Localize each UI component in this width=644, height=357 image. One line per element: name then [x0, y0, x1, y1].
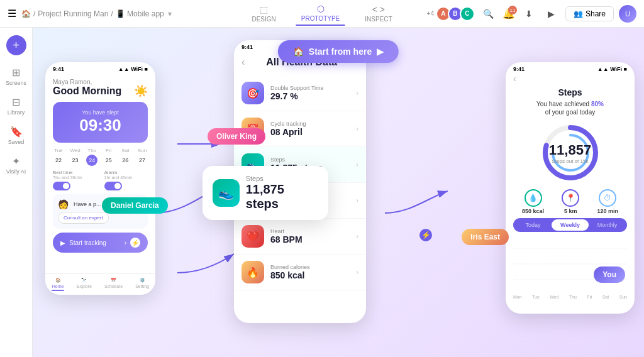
inspect-icon: < > — [372, 4, 385, 14]
distance-metric-icon: 📍 — [562, 189, 579, 207]
share-icon: 👥 — [574, 9, 583, 18]
schedule-nav-icon: 📅 — [111, 278, 116, 283]
health-item-heart[interactable]: ❤️ Heart 68 BPM › — [234, 219, 366, 255]
health-item-calories[interactable]: 🔥 Burned calories 850 kcal › — [234, 255, 366, 290]
play-icon[interactable]: ▶ — [543, 5, 560, 23]
phone1-status-bar: 9:41 ▲▲ WiFi ■ — [45, 62, 155, 74]
breadcrumb-project[interactable]: Project Running Man — [38, 9, 108, 18]
prototype-icon: ⬡ — [317, 4, 325, 14]
sidebar-item-screens[interactable]: ⊞ Screens — [0, 63, 32, 90]
home-nav-icon: 🏠 — [55, 278, 61, 283]
nav-setting[interactable]: ⚙️ Setting — [135, 278, 149, 291]
sleep-label: You have slept — [60, 109, 140, 116]
daniel-garcia-label: Daniel Garcia — [102, 197, 168, 214]
breadcrumb-sep2: / — [111, 9, 113, 18]
nav-home[interactable]: 🏠 Home — [52, 278, 64, 291]
svg-point-7 — [584, 250, 587, 253]
saved-label: Saved — [8, 139, 25, 145]
phone1-signals: ▲▲ WiFi ■ — [118, 66, 148, 72]
ai-icon: ✦ — [12, 155, 20, 167]
chevron-right-icon-6: › — [356, 268, 358, 277]
chevron-right-icon-5: › — [356, 232, 358, 241]
sleep-time: 09:30 — [60, 116, 140, 135]
you-label: You — [594, 266, 625, 283]
calendar-sat: Sat 26 — [119, 148, 131, 166]
avatar-count: +4 — [427, 10, 434, 17]
avatar-3: C — [460, 6, 475, 21]
steps-card-label: Steps — [246, 175, 318, 182]
breadcrumb-page[interactable]: 📱 Mobile app — [116, 9, 164, 18]
breadcrumb: 🏠 / Project Running Man / 📱 Mobile app ▾ — [21, 9, 172, 18]
saved-icon: 🔖 — [10, 126, 23, 138]
breadcrumb-home[interactable]: 🏠 — [21, 9, 31, 18]
screens-icon: ⊞ — [12, 67, 20, 79]
tracking-arrow-icon: › — [125, 239, 126, 246]
oliver-king-label: Oliver King — [208, 128, 265, 145]
phone3-status-bar: 9:41 ▲▲ WiFi ■ — [506, 62, 635, 74]
phone1-time: 9:41 — [53, 66, 64, 72]
play-arrow-icon: ▶ — [377, 47, 384, 57]
steps-card-value: 11,875 steps — [246, 182, 318, 211]
chart-tabs: Today Weekly Monthly — [513, 218, 627, 232]
calories-metric-icon: 💧 — [525, 189, 542, 207]
ring-value: 11,857 Steps out of 15k — [549, 142, 591, 164]
tracking-bolt-icon: ⚡ — [130, 238, 140, 248]
phone1-bottom-nav: 🏠 Home 🔭 Explore 📅 Schedule ⚙️ Setting — [45, 273, 155, 295]
chart-tab-today[interactable]: Today — [514, 219, 552, 231]
tracking-play-icon: ▶ — [60, 239, 65, 246]
metric-calories: 💧 850 kcal — [522, 189, 544, 214]
left-sidebar: + ⊞ Screens ⊟ Library 🔖 Saved ✦ Visily A… — [0, 28, 33, 357]
share-label: Share — [586, 9, 606, 18]
library-label: Library — [8, 109, 25, 116]
add-screen-button[interactable]: + — [6, 35, 26, 55]
start-from-here-button[interactable]: 🏠 Start from here ▶ — [278, 40, 399, 63]
phone3-signals: ▲▲ WiFi ■ — [597, 66, 627, 72]
menu-icon[interactable]: ☰ — [8, 8, 16, 19]
phone1-content: Maya Ramon, Good Morning ☀️ You have sle… — [45, 74, 155, 261]
iris-east-label: Iris East — [462, 229, 509, 245]
share-button[interactable]: 👥 Share — [565, 6, 614, 21]
setting-nav-icon: ⚙️ — [140, 278, 145, 283]
chart-tab-monthly[interactable]: Monthly — [589, 219, 626, 231]
notification-button[interactable]: 🔔 11 — [502, 8, 515, 19]
svg-point-6 — [558, 243, 563, 248]
heart-icon: ❤️ — [242, 225, 264, 248]
nav-explore[interactable]: 🔭 Explore — [77, 278, 92, 291]
health-item-double-support[interactable]: 🎯 Double Support Time 29.7 % › — [234, 75, 366, 111]
explore-nav-icon: 🔭 — [81, 278, 87, 283]
alarm-toggle[interactable] — [104, 182, 122, 190]
breadcrumb-sep1: / — [33, 9, 35, 18]
calendar-row: Tue 22 Wed 23 Thu 24 Fri 25 Sat 26 — [53, 148, 148, 166]
chart-tab-weekly[interactable]: Weekly — [552, 219, 589, 231]
double-support-icon: 🎯 — [242, 82, 264, 104]
chart-area — [513, 236, 627, 292]
calendar-thu[interactable]: Thu 24 — [86, 148, 97, 166]
calendar-wed: Wed 23 — [70, 148, 81, 166]
consult-expert-button[interactable]: Consult an expert — [58, 212, 109, 224]
sidebar-item-library[interactable]: ⊟ Library — [0, 92, 32, 119]
canvas: 🏠 Start from here ▶ 9:41 ▲▲ WiFi ■ Maya … — [33, 28, 644, 357]
tab-inspect[interactable]: < > INSPECT — [360, 2, 397, 25]
start-tracking-button[interactable]: ▶ Start tracking › ⚡ — [53, 233, 148, 253]
screens-label: Screens — [6, 80, 26, 86]
phone3-time: 9:41 — [513, 66, 525, 72]
settings-row: Bed time Thu and 36min Alarm 1hr and 46m… — [53, 170, 148, 190]
search-icon[interactable]: 🔍 — [480, 5, 497, 23]
sidebar-item-saved[interactable]: 🔖 Saved — [0, 122, 32, 149]
nav-schedule[interactable]: 📅 Schedule — [104, 278, 123, 291]
chevron-right-icon: › — [356, 89, 358, 97]
chevron-right-icon-4: › — [356, 196, 358, 205]
tab-prototype[interactable]: ⬡ PROTOTYPE — [296, 1, 345, 26]
bed-time-toggle[interactable] — [53, 182, 70, 190]
tab-design[interactable]: ⬚ DESIGN — [247, 2, 280, 25]
back-chevron-icon-2[interactable]: ‹ — [513, 74, 516, 84]
topbar: ☰ 🏠 / Project Running Man / 📱 Mobile app… — [0, 0, 644, 28]
download-icon[interactable]: ⬇ — [520, 5, 538, 23]
ring-step-unit: Steps out of 15k — [552, 158, 589, 164]
tab-inspect-label: INSPECT — [365, 16, 392, 23]
svg-text:⚡: ⚡ — [421, 230, 431, 239]
sidebar-item-visily-ai[interactable]: ✦ Visily AI — [0, 151, 32, 178]
chevron-down-icon[interactable]: ▾ — [168, 9, 172, 18]
user-avatar[interactable]: U — [619, 5, 636, 23]
home-icon: 🏠 — [293, 47, 304, 57]
